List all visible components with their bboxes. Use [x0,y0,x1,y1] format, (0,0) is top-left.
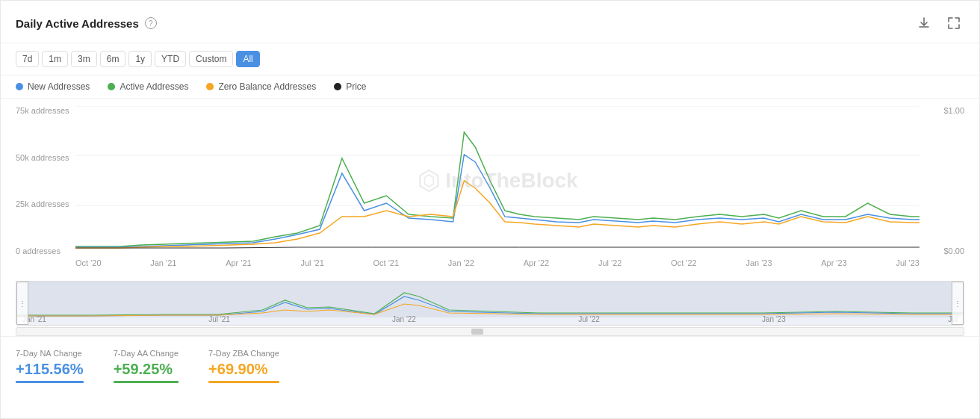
x-label-apr23: Apr '23 [821,258,847,267]
x-label-jan23: Jan '23 [745,258,772,267]
y-label-0: 0 addresses [16,246,69,255]
minimap-right-handle-icon: ⋮ [954,299,961,308]
stat-aa-underline [114,381,179,383]
time-controls: 7d 1m 3m 6m 1y YTD Custom All [1,43,979,75]
minimap-left-handle-icon: ⋮ [19,299,26,308]
y-axis-right: $1.00 $0.00 [943,106,964,255]
x-label-oct22: Oct '22 [671,258,697,267]
header: Daily Active Addresses ? [1,1,979,43]
help-icon[interactable]: ? [145,17,157,29]
x-label-jan21: Jan '21 [150,258,176,267]
stat-aa-change: 7-Day AA Change +59.25% [114,349,179,383]
download-button[interactable] [914,13,934,34]
chart-svg-container: IntoTheBlock [75,106,919,255]
minimap[interactable]: Jan '21 Jul '21 Jan '22 Jul '22 Jan '23 … [16,281,964,326]
stat-na-value: +115.56% [16,361,84,378]
stat-zba-label: 7-Day ZBA Change [208,349,279,358]
chart-area: 75k addresses 50k addresses 25k addresse… [1,99,979,278]
minimap-inner: Jan '21 Jul '21 Jan '22 Jul '22 Jan '23 … [16,282,964,325]
legend-zero-balance-label: Zero Balance Addresses [218,81,316,92]
x-label-apr22: Apr '22 [524,258,550,267]
legend-new-addresses: New Addresses [16,81,90,92]
stat-aa-label: 7-Day AA Change [114,349,179,358]
x-axis: Oct '20 Jan '21 Apr '21 Jul '21 Oct '21 … [75,255,919,270]
time-btn-3m[interactable]: 3m [71,51,97,67]
price-dot [334,83,341,90]
y-axis-left: 75k addresses 50k addresses 25k addresse… [16,106,69,255]
stat-na-change: 7-Day NA Change +115.56% [16,349,84,383]
x-label-jul22: Jul '22 [598,258,621,267]
stat-zba-change: 7-Day ZBA Change +69.90% [208,349,279,383]
time-btn-7d[interactable]: 7d [16,51,39,67]
scroll-thumb[interactable] [471,329,483,335]
time-btn-1y[interactable]: 1y [128,51,152,67]
time-btn-1m[interactable]: 1m [42,51,68,67]
time-btn-ytd[interactable]: YTD [155,51,186,67]
legend-new-addresses-label: New Addresses [28,81,90,92]
chart-legend: New Addresses Active Addresses Zero Bala… [1,75,979,99]
legend-active-addresses: Active Addresses [108,81,188,92]
expand-button[interactable] [943,13,964,34]
header-right [914,13,964,34]
x-label-jul21: Jul '21 [300,258,323,267]
time-btn-custom[interactable]: Custom [189,51,233,67]
x-label-jul23: Jul '23 [896,258,919,267]
stat-zba-underline [208,381,279,383]
x-label-apr21: Apr '21 [226,258,252,267]
x-label-oct21: Oct '21 [373,258,400,267]
stat-na-label: 7-Day NA Change [16,349,84,358]
zero-balance-dot [206,83,214,90]
stat-na-underline [16,381,84,383]
legend-zero-balance: Zero Balance Addresses [206,81,316,92]
minimap-handle-left[interactable]: ⋮ [16,282,28,325]
y-label-0usd: $0.00 [943,246,964,255]
legend-price-label: Price [346,81,366,92]
y-label-1usd: $1.00 [943,106,964,115]
stat-aa-value: +59.25% [114,361,179,378]
dashboard-container: Daily Active Addresses ? 7d 1m 3m 6m 1y … [0,0,980,419]
legend-active-addresses-label: Active Addresses [120,81,188,92]
x-label-oct20: Oct '20 [75,258,102,267]
stat-zba-value: +69.90% [208,361,279,378]
stats-section: 7-Day NA Change +115.56% 7-Day AA Change… [1,336,979,395]
x-label-jan22: Jan '22 [448,258,474,267]
legend-price: Price [334,81,366,92]
minimap-handle-right[interactable]: ⋮ [952,282,964,325]
new-addresses-dot [16,83,23,90]
header-left: Daily Active Addresses ? [16,17,157,30]
time-btn-6m[interactable]: 6m [100,51,126,67]
y-label-25k: 25k addresses [16,199,69,208]
y-label-75k: 75k addresses [16,106,69,115]
minimap-svg [16,282,964,317]
scroll-bar[interactable] [16,327,964,336]
time-btn-all[interactable]: All [236,51,259,67]
main-chart-svg [75,106,919,255]
active-addresses-dot [108,83,115,90]
y-label-50k: 50k addresses [16,153,69,162]
page-title: Daily Active Addresses [16,17,139,30]
